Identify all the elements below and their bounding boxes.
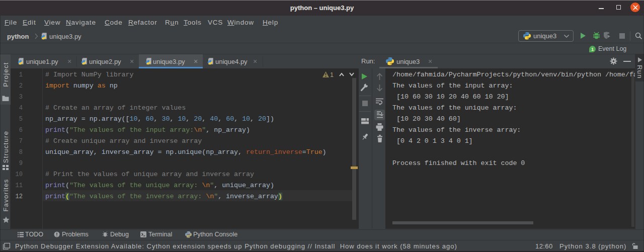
- svg-text:1: 1: [591, 47, 594, 52]
